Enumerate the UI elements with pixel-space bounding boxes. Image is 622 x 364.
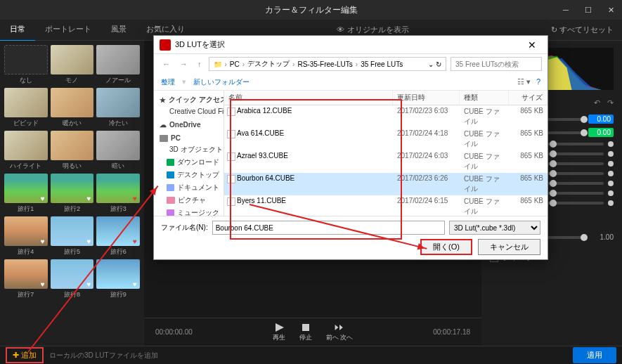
file-row[interactable]: Byers 11.CUBE2017/02/24 6:15CUBE ファイル865… [224,195,548,216]
tab-daily[interactable]: 日常 [0,18,35,41]
footer: ✚ 追加 ローカルの3D LUTファイルを追加 適用 [0,346,622,364]
preset-item[interactable]: 暗い [96,131,140,171]
minimize-button[interactable]: ─ [555,0,577,20]
undo-icon[interactable]: ↶ [594,98,600,108]
help-icon[interactable]: ? [536,77,540,86]
file-dialog: 3D LUTを選択 ✕ ← → ↑ 📁› PC› デスクトップ› RS-35-F… [153,35,548,260]
file-row[interactable]: Arabica 12.CUBE2017/02/23 6:03CUBE ファイル8… [224,105,548,128]
time-total: 00:00:17.18 [433,328,470,336]
svg-rect-0 [302,324,309,331]
tab-portrait[interactable]: ポートレート [35,18,101,41]
play-button[interactable]: 再生 [273,322,285,342]
dialog-close-button[interactable]: ✕ [522,39,542,51]
time-current: 00:00:00.00 [155,328,193,336]
newfolder-button[interactable]: 新しいフォルダー [193,77,250,87]
app-icon [160,39,171,51]
filetype-select[interactable]: 3D Lut(*.cube *.3dl) [449,221,540,235]
preset-item[interactable]: 暖かい [51,88,94,128]
preset-panel: なしモノノアールビビッド暖かい冷たいハイライト明るい暗い旅行1♥旅行2♥旅行3♥… [0,41,144,346]
preset-item[interactable]: ノアール [96,45,140,85]
cancel-button[interactable]: キャンセル [478,239,540,255]
preset-item[interactable]: なし [4,45,48,85]
preset-item[interactable]: 旅行5♥ [51,216,94,256]
file-row[interactable]: Ava 614.CUBE2017/02/24 4:18CUBE ファイル865 … [224,128,548,150]
stop-button[interactable]: 停止 [299,322,312,342]
nav-fwd[interactable]: → [177,60,190,68]
breadcrumb[interactable]: 📁› PC› デスクトップ› RS-35-Free-LUTs› 35 Free … [209,57,447,71]
search-input[interactable] [451,57,542,71]
view-icon[interactable]: ☷ ▾ [517,77,531,86]
preset-item[interactable]: 旅行9♥ [96,259,140,299]
preset-item[interactable]: 旅行7♥ [4,259,48,299]
tab-landscape[interactable]: 風景 [101,18,136,41]
preset-item[interactable]: モノ [51,45,94,85]
folder-tree[interactable]: ★ クイック アクセス Creative Cloud Fil... ☁ OneD… [154,91,224,216]
show-original[interactable]: 👁 オリジナルを表示 [195,25,551,35]
add-lut-button[interactable]: ✚ 追加 [6,347,44,363]
timeline: 00:00:00.00 再生 停止 前へ 次へ 00:00:17.18 [144,318,481,346]
file-row[interactable]: Azrael 93.CUBE2017/02/24 6:03CUBE ファイル86… [224,150,548,173]
preset-item[interactable]: 旅行2♥ [51,174,94,214]
nav-up[interactable]: ↑ [195,60,205,68]
titlebar: カラー＆フィルター編集 ─ ☐ ✕ [0,0,622,20]
apply-button[interactable]: 適用 [573,347,616,363]
prev-next[interactable]: 前へ 次へ [326,322,354,342]
file-row[interactable]: Bourbon 64.CUBE2017/02/23 6:26CUBE ファイル8… [224,173,548,195]
close-button[interactable]: ✕ [600,0,622,20]
preset-item[interactable]: ビビッド [4,88,48,128]
nav-back[interactable]: ← [160,60,173,68]
preset-item[interactable]: 明るい [51,131,94,171]
preset-item[interactable]: 旅行3♥ [96,174,140,214]
redo-icon[interactable]: ↷ [607,98,614,108]
organize-button[interactable]: 整理 [161,77,175,87]
preset-item[interactable]: 旅行4♥ [4,216,48,256]
column-headers[interactable]: 名前 更新日時 種類 サイズ [224,91,548,105]
filename-label: ファイル名(N): [161,223,208,233]
window-title: カラー＆フィルター編集 [265,4,358,16]
preset-item[interactable]: 冷たい [96,88,140,128]
preset-item[interactable]: 旅行1♥ [4,174,48,214]
dialog-title: 3D LUTを選択 [175,39,225,50]
add-lut-desc: ローカルの3D LUTファイルを追加 [49,351,157,360]
preset-item[interactable]: ハイライト [4,131,48,171]
maximize-button[interactable]: ☐ [577,0,600,20]
reset-all[interactable]: ↻ すべてリセット [551,25,614,35]
